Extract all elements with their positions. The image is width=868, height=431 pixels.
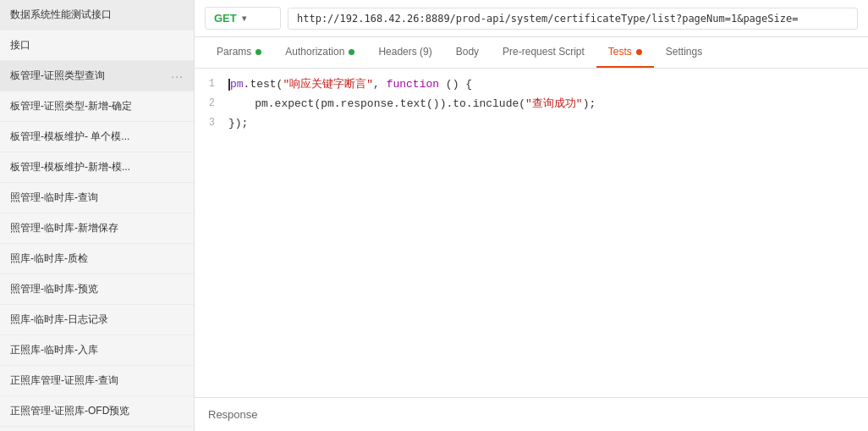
code-editor[interactable]: 1pm.test("响应关键字断言", function () {2 pm.ex… [195, 69, 868, 397]
line-content: pm.expect(pm.response.text()).to.include… [228, 96, 868, 113]
code-line-1: 1pm.test("响应关键字断言", function () { [195, 75, 868, 95]
sidebar-item-label: 接口 [10, 38, 30, 52]
sidebar-item-label: 正照库-临时库-入库 [10, 343, 98, 357]
line-number: 1 [195, 76, 228, 92]
tabs-bar: ParamsAuthorizationHeaders (9)BodyPre-re… [195, 37, 868, 69]
url-input[interactable] [288, 8, 858, 30]
sidebar-item-item-1[interactable]: 数据系统性能测试接口 [0, 0, 194, 30]
tab-label: Body [456, 46, 479, 58]
sidebar-item-item-10[interactable]: 照管理-临时库-预览 [0, 274, 194, 305]
sidebar-item-label: 照库-临时库-质检 [10, 251, 88, 266]
sidebar-item-item-2[interactable]: 接口 [0, 30, 194, 61]
line-number: 2 [195, 96, 228, 112]
sidebar-item-label: 照库-临时库-日志记录 [10, 312, 108, 327]
sidebar-item-item-7[interactable]: 照管理-临时库-查询 [0, 183, 194, 213]
tab-params[interactable]: Params [205, 37, 273, 68]
tab-label: Headers (9) [378, 46, 431, 58]
tab-dot [255, 49, 261, 55]
tab-settings[interactable]: Settings [654, 37, 714, 68]
tab-label: Pre-request Script [503, 46, 585, 58]
sidebar-item-item-15[interactable]: 正照管理- 系统设置-流程任... [0, 427, 194, 431]
main-panel: GET ▾ ParamsAuthorizationHeaders (9)Body… [195, 0, 868, 431]
tab-label: Params [217, 46, 251, 58]
sidebar-item-item-11[interactable]: 照库-临时库-日志记录 [0, 305, 194, 335]
tab-label: Settings [666, 46, 702, 58]
code-line-2: 2 pm.expect(pm.response.text()).to.inclu… [195, 95, 868, 114]
url-bar: GET ▾ [195, 0, 868, 37]
sidebar-item-label: 板管理-证照类型查询 [10, 69, 105, 83]
sidebar-item-item-4[interactable]: 板管理-证照类型-新增-确定 [0, 91, 194, 122]
sidebar-item-item-5[interactable]: 板管理-模板维护- 单个模... [0, 122, 194, 152]
line-number: 3 [195, 115, 228, 131]
sidebar-item-label: 照管理-临时库-查询 [10, 191, 98, 205]
tab-headers[interactable]: Headers (9) [366, 37, 443, 68]
sidebar-item-item-6[interactable]: 板管理-模板维护-新增-模... [0, 152, 194, 183]
tab-dot [636, 49, 642, 55]
sidebar-item-label: 板管理-证照类型-新增-确定 [10, 99, 132, 113]
tab-label: Authorization [285, 46, 344, 58]
sidebar-item-label: 照管理-临时库-新增保存 [10, 221, 118, 235]
sidebar-item-item-14[interactable]: 正照管理-证照库-OFD预览 [0, 396, 194, 427]
tab-prerequest[interactable]: Pre-request Script [491, 37, 596, 68]
tab-dot [349, 49, 354, 55]
tab-label: Tests [608, 46, 632, 58]
sidebar-item-label: 正照管理-证照库-OFD预览 [10, 404, 129, 418]
sidebar-item-label: 板管理-模板维护-新增-模... [10, 160, 130, 174]
method-label: GET [214, 12, 237, 25]
sidebar-item-item-13[interactable]: 正照库管理-证照库-查询 [0, 366, 194, 396]
line-content: }); [228, 115, 868, 133]
tab-tests[interactable]: Tests [596, 37, 654, 68]
sidebar-item-item-12[interactable]: 正照库-临时库-入库 [0, 335, 194, 366]
sidebar-item-label: 照管理-临时库-预览 [10, 282, 98, 296]
sidebar-item-item-9[interactable]: 照库-临时库-质检 [0, 244, 194, 274]
code-line-3: 3}); [195, 114, 868, 134]
sidebar-item-item-8[interactable]: 照管理-临时库-新增保存 [0, 213, 194, 244]
sidebar-item-label: 板管理-模板维护- 单个模... [10, 130, 129, 144]
response-label: Response [208, 408, 258, 421]
sidebar-item-dots[interactable]: ··· [171, 69, 184, 83]
tab-body[interactable]: Body [444, 37, 491, 68]
response-section: Response [195, 397, 868, 431]
sidebar-item-label: 正照库管理-证照库-查询 [10, 373, 118, 388]
line-content: pm.test("响应关键字断言", function () { [228, 76, 868, 94]
method-select[interactable]: GET ▾ [205, 7, 281, 30]
sidebar: 数据系统性能测试接口接口板管理-证照类型查询···板管理-证照类型-新增-确定板… [0, 0, 195, 431]
sidebar-item-item-3[interactable]: 板管理-证照类型查询··· [0, 61, 194, 91]
sidebar-item-label: 数据系统性能测试接口 [10, 8, 112, 22]
chevron-down-icon: ▾ [242, 14, 246, 23]
tab-authorization[interactable]: Authorization [273, 37, 366, 68]
